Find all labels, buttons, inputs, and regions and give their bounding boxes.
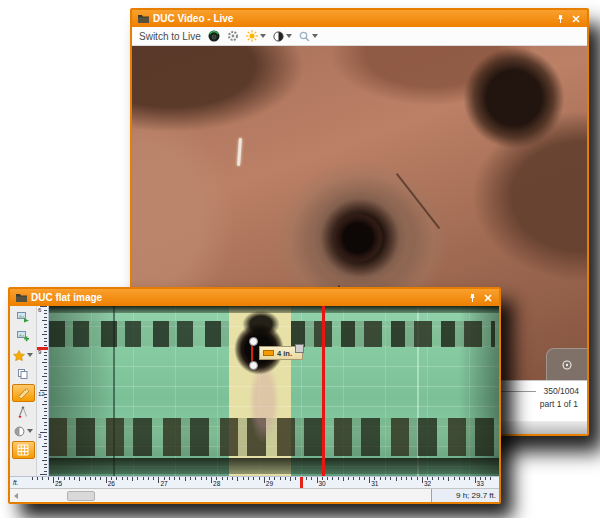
horizontal-distance-ruler: ft. 252627282930313233 [10, 476, 499, 488]
dropdown-caret-icon[interactable] [260, 34, 266, 38]
current-position-line [322, 306, 325, 476]
measurement-value: 4 in. [277, 349, 292, 358]
flat-bottom-bar: 9 h; 29.7 ft. [10, 488, 499, 502]
pano-sphere-icon[interactable] [208, 30, 220, 42]
target-icon [561, 359, 573, 371]
flat-toolbar [10, 306, 37, 476]
add-image-button[interactable] [12, 327, 35, 345]
horizontal-scrollbar[interactable] [10, 489, 431, 502]
switch-to-live-button[interactable]: Switch to Live [139, 31, 201, 42]
scroll-left-icon[interactable] [14, 493, 18, 499]
close-icon[interactable] [482, 292, 494, 304]
settings-gear-icon[interactable] [227, 30, 239, 42]
measurement-options-icon[interactable] [295, 344, 304, 353]
measure-ruler-button[interactable] [12, 384, 35, 402]
dropdown-caret-icon[interactable] [27, 353, 33, 357]
measurement-handle[interactable] [249, 361, 258, 370]
folder-icon [15, 292, 27, 304]
caliper-measure-button[interactable] [12, 403, 35, 421]
video-toolbar: Switch to Live [132, 27, 587, 46]
dropdown-caret-icon[interactable] [312, 34, 318, 38]
grid-view-button[interactable] [12, 441, 35, 459]
contrast-adjust-button[interactable] [12, 422, 35, 440]
video-overlay-button[interactable] [546, 348, 587, 380]
flat-titlebar[interactable]: DUC flat image [10, 289, 499, 306]
contrast-icon[interactable] [273, 31, 292, 42]
pipe-highlight-streak [237, 138, 242, 166]
export-image-button[interactable] [12, 308, 35, 326]
window-title: DUC Video - Live [153, 10, 550, 27]
frame-counter: 350/1004 [544, 386, 579, 396]
copy-pages-button[interactable] [12, 365, 35, 383]
dropdown-caret-icon[interactable] [286, 34, 292, 38]
brightness-sun-icon[interactable] [246, 30, 266, 42]
mini-ruler-icon [263, 350, 274, 356]
desktop: DUC Video - Live Switch to Live [0, 0, 600, 518]
flat-image-window: DUC flat image [8, 287, 501, 504]
flat-image-view[interactable]: 4 in. [49, 306, 499, 476]
zoom-magnifier-icon[interactable] [299, 31, 318, 42]
star-rating-button[interactable] [12, 346, 35, 364]
pipe-crack [396, 173, 441, 229]
scrollbar-thumb[interactable] [67, 491, 95, 501]
window-title: DUC flat image [31, 289, 462, 306]
measurement-handle[interactable] [249, 337, 258, 346]
position-status: 9 h; 29.7 ft. [431, 489, 499, 502]
folder-icon [137, 13, 149, 25]
vertical-clock-ruler: 691236 [37, 306, 49, 476]
measurement-tooltip[interactable]: 4 in. [259, 346, 303, 360]
dropdown-caret-icon[interactable] [27, 429, 33, 433]
close-icon[interactable] [570, 13, 582, 25]
video-titlebar[interactable]: DUC Video - Live [132, 10, 587, 27]
pin-icon[interactable] [466, 292, 478, 304]
pin-icon[interactable] [554, 13, 566, 25]
